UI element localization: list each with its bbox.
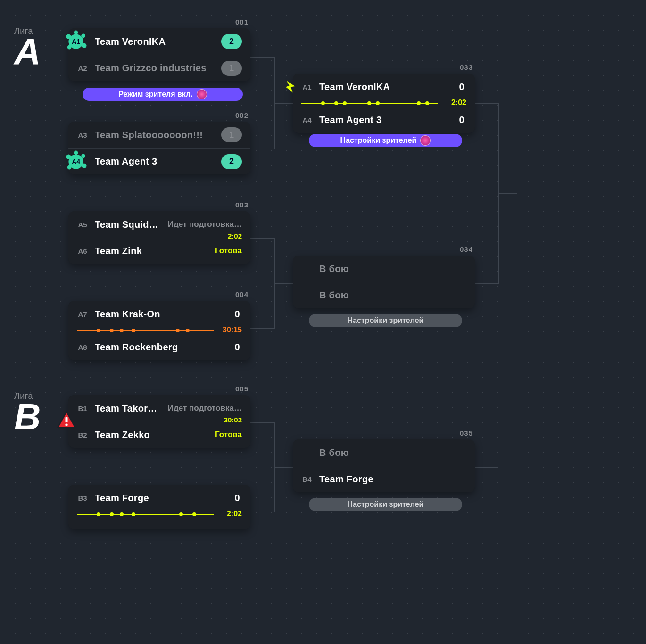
seed: A1 (301, 83, 313, 91)
seed: A5 (77, 221, 88, 229)
svg-point-7 (68, 154, 83, 169)
timeline-dot (97, 329, 100, 332)
match-number: 035 (460, 429, 473, 437)
match-005[interactable]: 005 B1 Team Takoroka Идет подготовка… 30… (68, 395, 250, 448)
match-row: A1 Team VeronIKA 0 (293, 74, 475, 100)
bracket-line (250, 512, 274, 512)
match-timeline: 30:15 (77, 327, 242, 334)
match-row: A7 Team Krak-On 0 (68, 301, 250, 327)
team-name: Team VeronIKA (95, 36, 215, 47)
status-label: Настройки зрителей (348, 316, 424, 325)
match-row: B4 Team Forge (293, 466, 475, 492)
bracket-line (274, 283, 293, 284)
bracket-line (274, 467, 293, 468)
ready-status: Готова (215, 430, 242, 439)
bracket-line (250, 149, 274, 149)
match-timeline: 2:02 (77, 511, 242, 518)
team-name: Team Krak-On (95, 309, 226, 320)
match-number: 004 (235, 290, 248, 298)
status-label: Настройки зрителей (340, 136, 417, 145)
avatar-icon (420, 135, 431, 146)
seed: B3 (77, 494, 88, 502)
team-name: Team Splatooooooon!!! (95, 130, 215, 140)
match-timer: 2:02 (451, 99, 466, 107)
bracket-line (250, 328, 274, 329)
team-name: Team VeronIKA (319, 82, 450, 92)
seed: B4 (301, 475, 313, 483)
match-row: A4 Team Agent 3 0 (293, 107, 475, 133)
timeline-dot (110, 329, 114, 332)
match-034[interactable]: 034 В бою В бою (293, 256, 475, 308)
timeline-dot (110, 512, 114, 516)
bracket-line (475, 283, 498, 284)
ready-status: Готова (215, 246, 242, 256)
timeline-dot (334, 101, 338, 105)
team-name: Team Forge (95, 493, 226, 504)
svg-point-12 (74, 150, 78, 155)
match-006[interactable]: 006 B3 Team Forge 0 2:02 (68, 485, 250, 529)
spectator-settings-button[interactable]: Настройки зрителей (309, 314, 462, 327)
timeline-dot (132, 329, 135, 332)
seed: A2 (77, 64, 88, 72)
svg-point-5 (74, 31, 78, 35)
avatar-icon (197, 89, 207, 99)
match-001[interactable]: 001 A1 . Team VeronIKA 2 A2 Team Grizzco… (68, 28, 250, 81)
match-number: 002 (235, 111, 248, 119)
bracket-line (498, 193, 517, 194)
match-002[interactable]: 002 A3 Team Splatooooooon!!! 1 A4 . Team… (68, 122, 250, 174)
team-name: Team Rockenberg (95, 342, 226, 353)
league-letter: B (14, 401, 41, 432)
team-name: Team Agent 3 (95, 156, 215, 167)
status-in-game: В бою (319, 264, 466, 274)
score: 0 (457, 82, 466, 92)
match-timer: 30:15 (223, 326, 242, 334)
timeline-dot (367, 101, 371, 105)
splat-icon: A4 (64, 149, 88, 174)
svg-point-1 (66, 34, 71, 39)
league-letter: A (14, 36, 41, 67)
league-a-label: Лига A (14, 26, 41, 67)
match-row-winner: A1 . Team VeronIKA 2 (68, 28, 250, 55)
svg-text:A4: A4 (72, 158, 80, 165)
match-row: B1 Team Takoroka Идет подготовка… (68, 395, 250, 421)
seed: A4 (301, 116, 313, 124)
match-timeline: 2:02 (301, 100, 466, 107)
prep-status: Идет подготовка… (168, 220, 242, 229)
svg-point-8 (66, 154, 71, 159)
spectator-mode-button[interactable]: Режим зрителя вкл. (83, 88, 243, 101)
seed: A6 (77, 247, 88, 255)
svg-point-2 (81, 34, 85, 38)
match-033[interactable]: 033 A1 Team VeronIKA 0 2:02 A4 Team Agen… (293, 74, 475, 133)
match-timer: 2:02 (227, 510, 242, 518)
timeline-dot (97, 512, 100, 516)
timeline-dot (120, 512, 124, 516)
score: 0 (232, 493, 242, 504)
team-name: Team SquidFo… (95, 219, 161, 230)
timeline-dot (321, 101, 325, 105)
match-003[interactable]: 003 A5 Team SquidFo… Идет подготовка… 2:… (68, 211, 250, 264)
match-number: 001 (235, 18, 248, 26)
match-035[interactable]: 035 В бою B4 Team Forge (293, 439, 475, 492)
timeline-dot (192, 512, 196, 516)
timeline-dot (343, 101, 347, 105)
bracket-line (274, 103, 293, 104)
timeline-dot (132, 512, 135, 516)
team-name: Team Zink (95, 246, 208, 256)
match-number: 033 (460, 63, 473, 71)
seed: A7 (77, 310, 88, 318)
status-in-game: В бою (319, 290, 466, 301)
svg-point-4 (67, 45, 72, 50)
timeline-dot (176, 329, 180, 332)
splat-icon: A1 (64, 29, 88, 54)
timeline-dot (376, 101, 380, 105)
score-pill: 2 (221, 154, 242, 169)
spectator-settings-button[interactable]: Настройки зрителей (309, 134, 462, 147)
score-pill: 1 (221, 127, 242, 142)
score: 0 (232, 342, 242, 353)
score-pill: 2 (221, 34, 242, 49)
match-row: В бою (293, 282, 475, 308)
match-number: 003 (235, 201, 248, 209)
team-name: Team Takoroka (95, 403, 161, 414)
match-004[interactable]: 004 A7 Team Krak-On 0 30:15 A8 Team Rock… (68, 301, 250, 360)
spectator-settings-button[interactable]: Настройки зрителей (309, 498, 462, 511)
